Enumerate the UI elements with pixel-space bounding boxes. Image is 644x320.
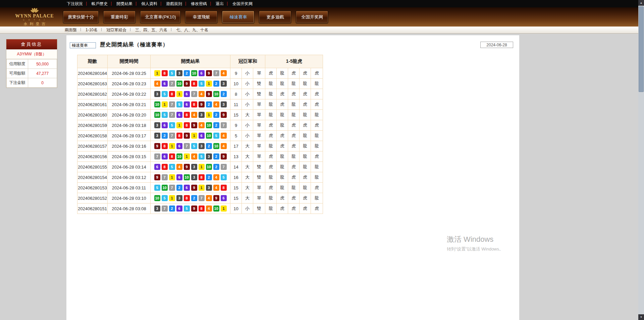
game-tab[interactable]: 更多遊戲: [259, 11, 291, 23]
dragon-tiger-cell: 虎: [277, 203, 288, 214]
game-tab[interactable]: 全国开奖网: [296, 11, 328, 23]
ball-2: 2: [221, 91, 227, 97]
dragon-tiger-cell: 虎: [300, 193, 311, 203]
dragon-tiger-cell: 龍: [288, 99, 300, 110]
result-row: 2024062801522024-06-28 03:10105138274961…: [77, 193, 323, 203]
period-cell: 202406280156: [77, 151, 108, 162]
game-tab-active[interactable]: 極速賽車: [222, 11, 254, 23]
sub-nav-item[interactable]: 三、四、五、六名: [131, 27, 172, 33]
ball-1: 1: [206, 112, 212, 118]
ball-3: 3: [191, 164, 197, 170]
result-balls-cell: 46710985123: [151, 79, 230, 89]
ball-7: 7: [169, 133, 175, 139]
ball-1: 1: [169, 174, 175, 180]
ball-6: 6: [176, 143, 182, 149]
ball-7: 7: [162, 174, 168, 180]
scrollbar-thumb[interactable]: [639, 6, 644, 92]
wynn-palace-logo[interactable]: WYNN PALACE C O T A I 永利皇宫: [12, 8, 57, 27]
ball-8: 8: [199, 174, 205, 180]
dragon-tiger-cell: 虎: [311, 99, 323, 110]
ball-5: 5: [162, 112, 168, 118]
game-tab[interactable]: 重慶時彩: [103, 11, 136, 23]
game-select[interactable]: 極速賽車: [70, 42, 96, 48]
ball-8: 8: [184, 112, 190, 118]
scroll-down-icon[interactable]: ▼: [638, 314, 644, 320]
dragon-tiger-cell: 龍: [311, 193, 323, 203]
sub-nav-item[interactable]: 冠亞軍組合: [102, 27, 131, 33]
ball-1: 1: [176, 122, 182, 128]
ball-8: 8: [162, 70, 168, 76]
ball-7: 7: [199, 195, 205, 201]
dragon-tiger-cell: 龍: [311, 172, 323, 183]
ball-2: 2: [176, 185, 182, 191]
result-row: 2024062801622024-06-28 03:22358167491028…: [77, 89, 323, 99]
dragon-tiger-cell: 龍: [277, 162, 288, 172]
game-tab[interactable]: 北京賽車(PK10): [140, 11, 180, 23]
top-nav-item[interactable]: 下注狀況: [62, 1, 87, 7]
ball-6: 6: [199, 133, 205, 139]
dragon-tiger-cell: 虎: [265, 68, 277, 79]
vertical-scrollbar[interactable]: ▲ ▼: [638, 0, 644, 320]
col-result: 開獎結果: [151, 55, 230, 68]
game-tab[interactable]: 幸運飛艇: [185, 11, 217, 23]
result-balls-cell: 32789161054: [151, 131, 230, 141]
top-nav-item[interactable]: 開獎結果: [112, 1, 137, 7]
dragon-tiger-cell: 虎: [265, 162, 277, 172]
sum-cell: 9: [230, 68, 242, 79]
game-tab[interactable]: 廣東快樂十分: [63, 11, 99, 23]
ball-10: 10: [191, 70, 197, 76]
time-cell: 2024-06-28 03:25: [108, 68, 151, 79]
ball-7: 7: [221, 122, 227, 128]
top-nav-item[interactable]: 遊戲規則: [162, 1, 186, 7]
dragon-tiger-cell: 虎: [288, 89, 300, 99]
date-input[interactable]: [480, 42, 513, 48]
ball-8: 8: [184, 195, 190, 201]
scroll-up-icon[interactable]: ▲: [638, 0, 644, 6]
time-cell: 2024-06-28 03:10: [108, 193, 151, 203]
ball-4: 4: [191, 153, 197, 159]
dragon-tiger-cell: 虎: [311, 89, 323, 99]
member-info-row: 信用額度50,000: [7, 59, 57, 69]
sum-cell: 15: [230, 110, 242, 120]
dragon-tiger-cell: 龍: [265, 99, 277, 110]
size-cell: 大: [242, 141, 253, 151]
top-nav-item[interactable]: 全国开奖网: [228, 1, 257, 7]
dragon-tiger-cell: 龍: [300, 141, 311, 151]
results-panel: 極速賽車 歷史開獎結果（極速賽車） 期數 開獎時間 開獎結果 冠亞軍和 1-5龍…: [66, 35, 519, 320]
ball-1: 1: [199, 164, 205, 170]
sum-cell: 10: [230, 79, 242, 89]
ball-5: 5: [176, 101, 182, 107]
top-menu-bar: 下注狀況帳戶歷史開獎結果個人資料遊戲規則修改密碼退出全国开奖网: [0, 0, 644, 7]
result-row: 2024062801632024-06-28 03:23467109851231…: [77, 79, 323, 89]
member-info-row: 可用餘額47,277: [7, 69, 57, 78]
sub-nav-item[interactable]: 兩面盤: [60, 27, 81, 33]
sub-nav-item[interactable]: 1-10名: [81, 27, 102, 33]
logo-chinese-name: 永利皇宫: [12, 21, 57, 27]
ball-3: 3: [206, 185, 212, 191]
top-nav-item[interactable]: 修改密碼: [186, 1, 211, 7]
ball-9: 9: [191, 205, 197, 212]
logo-subtitle: C O T A I: [12, 19, 57, 21]
sub-nav-item[interactable]: 七、八、九、十名: [172, 27, 213, 33]
dragon-tiger-cell: 龍: [300, 162, 311, 172]
ball-10: 10: [154, 101, 160, 107]
ball-7: 7: [221, 164, 227, 170]
dragon-tiger-cell: 虎: [265, 131, 277, 141]
dragon-tiger-cell: 虎: [277, 89, 288, 99]
ball-4: 4: [221, 70, 227, 76]
dragon-tiger-cell: 虎: [311, 203, 323, 214]
sum-cell: 15: [230, 183, 242, 193]
sum-cell: 14: [230, 162, 242, 172]
dragon-tiger-cell: 虎: [265, 151, 277, 162]
member-info-label: 下注金額: [7, 78, 28, 88]
top-nav-item[interactable]: 帳戶歷史: [87, 1, 112, 7]
size-cell: 大: [242, 110, 253, 120]
ball-6: 6: [176, 205, 182, 212]
ball-8: 8: [162, 143, 168, 149]
ball-2: 2: [169, 205, 175, 212]
ball-4: 4: [206, 195, 212, 201]
top-nav-item[interactable]: 個人資料: [137, 1, 162, 7]
top-nav-item[interactable]: 退出: [211, 1, 228, 7]
ball-2: 2: [213, 112, 219, 118]
ball-3: 3: [176, 70, 182, 76]
